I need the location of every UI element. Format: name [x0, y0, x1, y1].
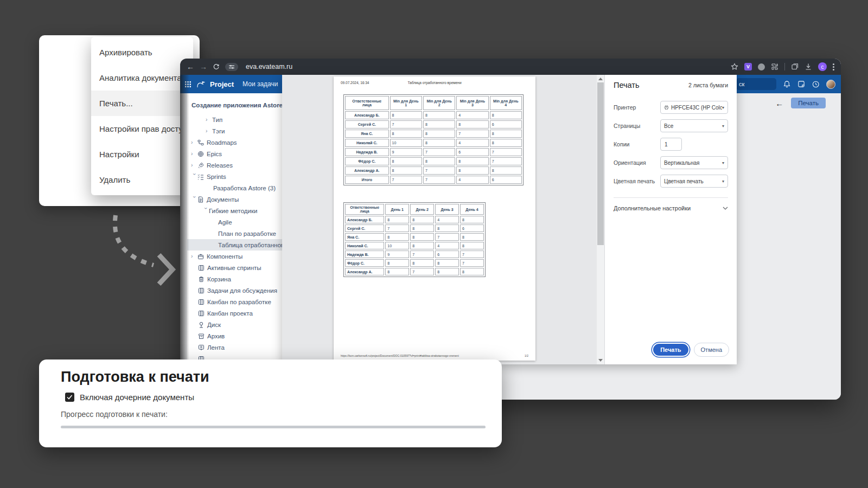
- scroll-up-icon[interactable]: [598, 78, 603, 80]
- sidebar-item-feed[interactable]: Лента: [187, 342, 282, 353]
- user-avatar[interactable]: [826, 80, 835, 89]
- browser-back-button[interactable]: ←: [187, 63, 194, 70]
- sidebar-item-disk[interactable]: Диск: [187, 319, 282, 330]
- color-mode-select[interactable]: Цветная печать ▾: [660, 175, 728, 188]
- copies-label: Копии: [614, 141, 660, 147]
- app-brand[interactable]: Project: [210, 80, 234, 88]
- chevron-right-icon: ›: [191, 151, 197, 157]
- table-row: Александр А.8788: [345, 268, 484, 275]
- sidebar-item-sprints[interactable]: ›Sprints: [187, 171, 282, 182]
- browser-profile-avatar[interactable]: c: [818, 62, 827, 71]
- orientation-select[interactable]: Вертикальная ▾: [660, 156, 728, 169]
- sidebar-item-agile-methods[interactable]: ›Гибкие методики: [187, 205, 282, 216]
- sidebar-item-tags[interactable]: ›Тэги: [187, 125, 282, 137]
- site-info-icon[interactable]: [225, 63, 238, 71]
- table-row: Александр Б.8848: [345, 111, 522, 119]
- chevron-down-icon: ›: [203, 208, 209, 214]
- sidebar-item-documents[interactable]: ›Документы: [187, 194, 282, 205]
- include-children-checkbox[interactable]: [65, 393, 74, 402]
- nav-my-tasks[interactable]: Мои задачи: [242, 80, 278, 88]
- progress-bar: [61, 426, 486, 428]
- menu-item-document-analytics[interactable]: Аналитика документа: [91, 65, 193, 91]
- menu-item-settings[interactable]: Настройки: [91, 142, 193, 167]
- pages-select[interactable]: Все ▾: [660, 119, 728, 132]
- kanban-board-icon: [198, 287, 207, 294]
- downloads-icon[interactable]: [805, 63, 812, 70]
- menu-item-delete[interactable]: Удалить: [91, 167, 193, 192]
- sidebar-item-dev-kanban[interactable]: Канбан по разработке: [187, 296, 282, 307]
- extension-globe-icon[interactable]: [758, 63, 765, 70]
- table-row: Яна С.8878: [345, 130, 522, 138]
- sidebar-item-sprint-astore[interactable]: Разработка Astore (3): [187, 182, 282, 194]
- archive-box-icon: [198, 333, 207, 339]
- trash-icon: [198, 276, 207, 282]
- table-row: Фёдор С.8887: [345, 259, 484, 267]
- sidebar-item-type[interactable]: ›Тип: [187, 114, 282, 125]
- sidebar-item-releases[interactable]: ›Releases: [187, 159, 282, 171]
- history-clock-icon[interactable]: [812, 80, 820, 88]
- scrollbar-thumb[interactable]: [597, 82, 604, 245]
- progress-label: Прогресс подготовки к печати:: [61, 410, 502, 419]
- table-row: Сергей С.7886: [345, 120, 522, 129]
- chevron-down-icon: ›: [192, 196, 197, 203]
- checklist-icon: [197, 174, 207, 180]
- print-preview-page: 09.07.2024, 16:34 Таблица отработанного …: [334, 76, 535, 361]
- kanban-board-icon: [198, 265, 207, 271]
- table-row: Фёдор С.8887: [345, 157, 522, 165]
- tab-list-icon[interactable]: [791, 63, 799, 70]
- printer-select[interactable]: HPFCE43C (HP Color La: ▾: [660, 101, 728, 114]
- browser-menu-icon[interactable]: [833, 63, 834, 70]
- menu-item-archive[interactable]: Архивировать: [91, 40, 193, 65]
- sidebar-item-trash[interactable]: Корзина: [187, 273, 282, 285]
- extension-v-icon[interactable]: V: [744, 63, 752, 70]
- menu-item-print[interactable]: Печать...: [91, 91, 193, 116]
- project-title[interactable]: Создание приложения Astore: [192, 102, 282, 108]
- page-print-button[interactable]: Печать: [791, 98, 826, 108]
- table-row: Николай С.10848: [345, 242, 484, 249]
- print-confirm-button[interactable]: Печать: [652, 343, 689, 357]
- kanban-board-icon: [198, 299, 207, 305]
- sidebar-item-discussion-tasks[interactable]: Задачи для обсуждения: [187, 285, 282, 296]
- browser-window: ← → eva.evateam.ru V: [180, 59, 841, 400]
- sidebar-item-active-sprints[interactable]: Активные спринты: [187, 262, 282, 273]
- sidebar-item-epics[interactable]: ›Epics: [187, 148, 282, 159]
- chevron-right-icon: ›: [191, 139, 197, 145]
- page-content: Project Мои задачи Проекты ск: [180, 75, 841, 400]
- preview-scrollbar[interactable]: [597, 75, 604, 364]
- chevron-down-icon: ▾: [722, 179, 724, 184]
- checkbox-label[interactable]: Включая дочерние документы: [80, 393, 194, 402]
- chevron-down-icon: ▾: [722, 160, 724, 165]
- sidebar-item-roadmaps[interactable]: ›Roadmaps: [187, 137, 282, 148]
- extensions-puzzle-icon[interactable]: [771, 63, 778, 70]
- worked-time-table-2: Ответственные лица День 1 День 2 День 3 …: [343, 202, 486, 277]
- browser-forward-button[interactable]: →: [200, 63, 207, 70]
- evateam-logo: [196, 79, 207, 89]
- url-bar[interactable]: eva.evateam.ru: [246, 63, 292, 70]
- page-back-arrow[interactable]: ←: [775, 99, 783, 108]
- sidebar-item-archive[interactable]: Архив: [187, 330, 282, 342]
- search-input[interactable]: ск: [736, 78, 776, 90]
- scroll-down-icon[interactable]: [598, 359, 603, 362]
- sidebar-item-worked-time-table[interactable]: Таблица отработанного времен: [187, 239, 282, 251]
- browser-reload-button[interactable]: [213, 63, 220, 70]
- print-cancel-button[interactable]: Отмена: [694, 343, 729, 357]
- copies-input[interactable]: [660, 138, 682, 151]
- print-preview-area: 09.07.2024, 16:34 Таблица отработанного …: [282, 75, 604, 364]
- menu-item-access-rights[interactable]: Настройки прав доступ: [91, 116, 193, 142]
- bookmark-star-icon[interactable]: [731, 63, 738, 70]
- table-row: Яна С.8878: [345, 233, 484, 241]
- notifications-bell-icon[interactable]: [783, 80, 791, 88]
- dashed-arrow-annotation: [106, 209, 182, 290]
- apps-grid-icon[interactable]: [184, 81, 192, 88]
- sidebar-item-components[interactable]: ›Компоненты: [187, 251, 282, 262]
- box-icon: [197, 253, 207, 260]
- table-row-total: Итого7746: [345, 176, 522, 184]
- chevron-down-icon: ▾: [722, 124, 724, 129]
- modal-title: Подготовка к печати: [61, 369, 502, 386]
- sidebar-item-project-kanban[interactable]: Канбан проекта: [187, 307, 282, 319]
- more-settings-toggle[interactable]: Дополнительные настройки: [614, 198, 728, 219]
- sidebar-item-agile[interactable]: Agile: [187, 216, 282, 228]
- sidebar-item-dev-plan[interactable]: План по разработке: [187, 228, 282, 239]
- notes-icon[interactable]: [797, 80, 805, 88]
- printer-label: Принтер: [614, 104, 660, 111]
